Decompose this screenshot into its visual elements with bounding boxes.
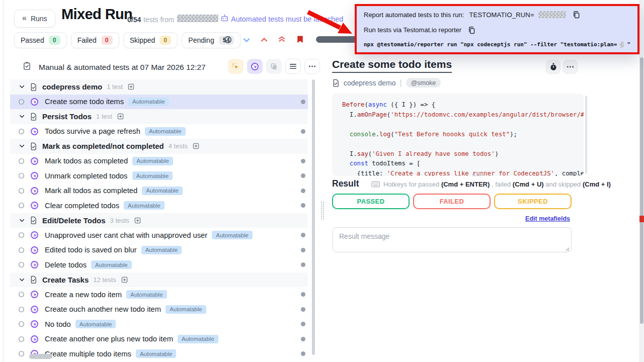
test-row[interactable]: Mark todos as completedAutomatable [10,154,308,169]
chevron-down-icon[interactable] [18,277,25,283]
panel-divider-handle[interactable] [320,201,325,220]
page-scrollbar-thumb[interactable] [640,57,643,324]
suite-doc-icon [332,79,340,87]
test-title: Create another one plus new todo item [45,335,173,343]
chevron-down-icon[interactable] [18,83,25,90]
test-radio-icon[interactable] [18,291,25,298]
suite-link[interactable]: codepress demo [344,79,396,87]
chevron-down-icon[interactable] [18,217,25,224]
test-row[interactable]: Create a new todo itemAutomatable [10,287,308,302]
detail-more-button[interactable] [563,60,578,74]
test-radio-icon[interactable] [18,158,25,164]
chevron-up-icon[interactable] [261,37,268,42]
page-edge-divider [3,0,4,362]
test-radio-icon[interactable] [18,202,25,209]
test-status-dot [301,292,305,297]
code-token: ( [390,131,394,138]
test-radio-icon[interactable] [18,306,25,313]
test-row[interactable]: No todoAutomatable [10,317,308,332]
collapse-all-icon[interactable] [278,36,285,43]
suite-row[interactable]: codepress demo1 test [10,79,308,95]
filter-chip-failed[interactable]: Failed0 [71,32,119,48]
add-test-icon[interactable] [134,217,141,224]
test-radio-icon[interactable] [18,232,25,238]
code-line [342,120,584,130]
magic-run-button[interactable] [228,59,244,74]
code-token: 'https://todomvc.com/examples/angular/di… [390,111,584,118]
chevron-down-icon[interactable] [243,38,250,43]
list-menu-button[interactable] [285,59,301,74]
test-title: Create ouch another new todo item [45,305,161,313]
copy-command-button[interactable] [468,26,475,34]
status-button-label: FAILED [440,198,464,205]
result-heading: Result [332,178,359,189]
test-radio-icon[interactable] [18,99,25,105]
test-row[interactable]: Create multiple todo itemsAutomatable [10,346,308,361]
test-row[interactable]: Create another one plus new todo itemAut… [10,332,308,347]
test-radio-icon[interactable] [18,188,25,194]
chevron-down-icon[interactable] [18,113,25,120]
suite-row[interactable]: Persist Todos1 test [10,109,308,124]
test-radio-icon[interactable] [18,172,25,179]
filter-count-badge: 0 [101,36,113,45]
code-token: ); [510,131,517,138]
list-scrollbar[interactable] [312,79,315,355]
suite-doc-icon [30,276,37,284]
test-row[interactable]: Unmark completed todosAutomatable [10,168,308,184]
filter-label: Skipped [130,36,155,44]
list-toolbar [228,59,320,74]
code-token: Before [342,101,364,108]
suite-row[interactable]: Create Tasks12 tests [10,273,308,288]
add-test-icon[interactable] [117,113,124,120]
automatable-badge: Automatable [166,305,206,314]
automatable-badge: Automatable [132,157,173,165]
filter-chip-skipped[interactable]: Skipped0 [123,32,178,48]
automated-filter-button[interactable] [247,59,263,74]
automated-tests-link[interactable]: Automated tests must be launched [231,15,343,23]
filter-chip-passed[interactable]: Passed0 [14,32,67,48]
copy-tests-button[interactable] [266,59,282,74]
test-radio-icon[interactable] [18,321,25,327]
add-test-icon[interactable] [121,277,128,283]
list-more-button[interactable] [304,59,320,74]
horizontal-scrollbar[interactable] [29,354,52,359]
bookmark-icon[interactable] [297,35,303,44]
test-row[interactable]: Create ouch another new todo itemAutomat… [10,302,308,317]
suite-title: Mark as completed/not completed [42,142,164,150]
test-radio-icon[interactable] [18,350,25,357]
test-radio-icon[interactable] [18,336,25,342]
test-row[interactable]: Edited todo is saved on blurAutomatable [10,243,308,258]
code-token: console [350,131,376,138]
code-resize-handle[interactable] [472,173,485,176]
chevron-down-icon[interactable] [18,143,25,149]
test-row[interactable]: Mark all todos as completedAutomatable [10,184,308,199]
suite-row[interactable]: Edit/Delete Todos3 tests [10,213,308,228]
test-detail-title[interactable]: Create some todo items [332,58,452,73]
add-test-icon[interactable] [128,83,134,90]
test-row[interactable]: Delete todosAutomatable [10,257,308,273]
filter-count-badge: 0 [49,36,60,45]
test-row[interactable]: Create some todo itemsAutomatable [10,95,308,110]
test-row[interactable]: Clear completed todosAutomatable [10,198,308,213]
code-scrollbar[interactable] [585,96,587,174]
passed-button[interactable]: PASSED [332,194,410,209]
back-to-runs-button[interactable]: « Runs [14,10,55,28]
copy-run-id-button[interactable] [573,11,580,19]
test-row[interactable]: Unapproved user cant chat with unapprove… [10,228,308,243]
code-token: 'Given I already have some todos' [372,150,495,157]
edit-metafields-link[interactable]: Edit metafields [525,215,570,222]
failed-button[interactable]: FAILED [413,194,491,209]
suite-row[interactable]: Mark as completed/not completed4 tests [10,139,308,154]
tag-badge: @smoke [406,78,441,87]
skipped-button[interactable]: SKIPPED [494,194,572,209]
result-message-input[interactable] [333,227,572,252]
test-radio-icon[interactable] [18,261,25,268]
add-test-icon[interactable] [193,143,199,149]
test-meta-row: codepress demo | @smoke [332,78,441,87]
status-circle-icon[interactable] [224,36,232,44]
keyboard-icon [371,181,380,188]
stopwatch-button[interactable] [546,60,560,74]
test-radio-icon[interactable] [18,128,25,135]
test-radio-icon[interactable] [18,247,25,253]
test-row[interactable]: Todos survive a page refreshAutomatable [10,124,308,139]
